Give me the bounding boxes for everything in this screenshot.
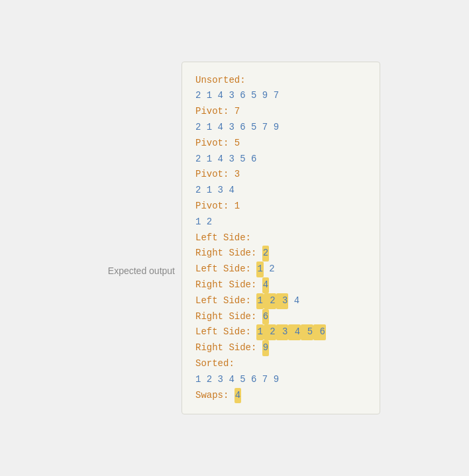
output-line: 1 2 [195, 214, 366, 230]
output-line: Pivot: 1 [195, 199, 366, 214]
value-token: 6 [234, 120, 246, 136]
output-line: Pivot: 3 [195, 167, 366, 183]
value-token: 3 [223, 152, 234, 167]
output-line: Right Side: 6 [195, 309, 366, 325]
output-line: Pivot: 7 [195, 104, 366, 120]
side-label: Right Side: [195, 277, 262, 293]
value-token: 6 [246, 152, 257, 167]
output-line: 2 1 4 3 6 5 9 7 [195, 88, 366, 104]
output-line: Right Side: 2 [195, 246, 366, 262]
value-token: 9 [268, 372, 279, 388]
label-column: Expected output [89, 62, 182, 276]
value-token: 4 [288, 293, 299, 309]
value-token: 7 [268, 88, 279, 104]
value-token: 5 [246, 120, 257, 136]
value-token: 4 [212, 88, 223, 104]
value-token: 7 [256, 372, 268, 388]
output-line: Left Side: 1 2 3 4 [195, 293, 366, 309]
value-token: 3 [223, 120, 234, 136]
value-token: 4 [262, 277, 269, 293]
value-token: 5 [246, 88, 257, 104]
value-token: 2 [262, 246, 269, 262]
value-token: 2 [264, 324, 276, 340]
value-token: 9 [268, 120, 279, 136]
value-token: 3 [276, 324, 289, 340]
expected-output-label: Expected output [108, 265, 175, 276]
output-line: Left Side: 1 2 3 4 5 6 [195, 324, 366, 340]
value-token: 3 [276, 293, 289, 309]
line-label: Pivot: 3 [195, 167, 240, 183]
value-token: 4 [288, 324, 301, 340]
value-token: 2 [195, 88, 201, 104]
value-token: 1 [195, 214, 201, 230]
swaps-value: 4 [234, 388, 241, 404]
line-label: Pivot: 7 [195, 104, 240, 120]
value-token: 2 [264, 293, 276, 309]
side-label: Right Side: [195, 246, 262, 262]
value-token: 6 [313, 324, 326, 340]
swaps-label: Swaps: [195, 388, 234, 404]
value-token: 1 [256, 324, 263, 340]
side-label: Left Side: [195, 293, 256, 309]
side-label: Right Side: [195, 340, 262, 356]
output-line: Left Side: 1 2 [195, 262, 366, 277]
value-token: 1 [201, 152, 212, 167]
output-line: Right Side: 4 [195, 277, 366, 293]
output-line: Left Side: [195, 230, 366, 246]
value-token: 1 [256, 293, 263, 309]
value-token: 6 [234, 88, 246, 104]
output-line: Sorted: [195, 356, 366, 372]
value-token: 1 [201, 88, 212, 104]
value-token: 3 [212, 372, 223, 388]
value-token: 1 [195, 372, 201, 388]
value-token: 3 [223, 88, 234, 104]
value-token: 1 [201, 183, 212, 199]
side-label: Left Side: [195, 230, 256, 246]
line-label: Sorted: [195, 356, 234, 372]
side-label: Left Side: [195, 324, 256, 340]
value-token: 5 [234, 152, 246, 167]
output-line: 2 1 4 3 6 5 7 9 [195, 120, 366, 136]
output-line: 2 1 3 4 [195, 183, 366, 199]
value-token: 1 [201, 120, 212, 136]
value-token: 5 [234, 372, 246, 388]
main-container: Expected output Unsorted:2 1 4 3 6 5 9 7… [89, 62, 380, 415]
value-token: 2 [195, 152, 201, 167]
side-label: Right Side: [195, 309, 262, 325]
value-token: 4 [223, 372, 234, 388]
value-token: 2 [201, 372, 212, 388]
value-token: 3 [212, 183, 223, 199]
value-token: 2 [264, 262, 275, 277]
value-token: 4 [223, 183, 234, 199]
output-line: Swaps: 4 [195, 388, 366, 404]
value-token: 6 [246, 372, 257, 388]
value-token: 9 [262, 340, 269, 356]
output-line: Pivot: 5 [195, 136, 366, 152]
value-token: 2 [195, 183, 201, 199]
side-label: Left Side: [195, 262, 256, 277]
output-box: Unsorted:2 1 4 3 6 5 9 7Pivot: 72 1 4 3 … [182, 62, 380, 415]
value-token: 1 [256, 262, 263, 277]
line-label: Pivot: 5 [195, 136, 240, 152]
line-label: Unsorted: [195, 73, 246, 89]
value-token: 4 [212, 120, 223, 136]
value-token: 5 [301, 324, 313, 340]
value-token: 2 [195, 120, 201, 136]
value-token: 7 [256, 120, 268, 136]
value-token: 2 [201, 214, 212, 230]
output-line: 1 2 3 4 5 6 7 9 [195, 372, 366, 388]
output-line: Unsorted: [195, 73, 366, 89]
value-token: 4 [212, 152, 223, 167]
value-token: 9 [256, 88, 268, 104]
value-token: 6 [262, 309, 269, 325]
output-line: 2 1 4 3 5 6 [195, 152, 366, 167]
output-line: Right Side: 9 [195, 340, 366, 356]
line-label: Pivot: 1 [195, 199, 240, 214]
